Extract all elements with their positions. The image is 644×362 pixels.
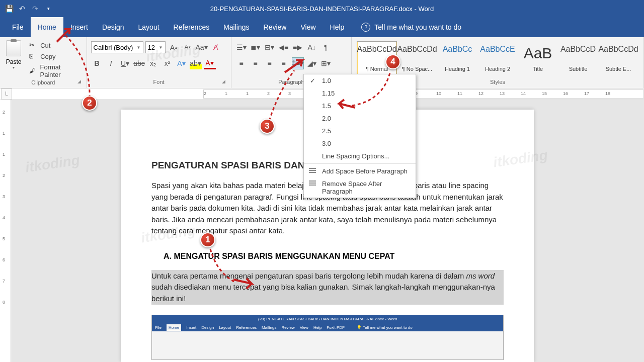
lightbulb-icon: ? — [361, 23, 370, 32]
spacing-add[interactable]: Add Space Before Paragraph — [304, 165, 416, 177]
undo-icon[interactable]: ↶ — [18, 5, 26, 13]
doc-paragraph-selected: Untuk cara pertama mengenai pengaturan s… — [151, 270, 504, 305]
italic-button[interactable]: I — [105, 57, 117, 69]
save-icon[interactable]: 💾 — [5, 5, 13, 13]
tab-references[interactable]: References — [167, 17, 217, 37]
doc-subheading: A. MENGATUR SPASI BARIS MENGGUNAKAN MENU… — [151, 252, 504, 261]
strikethrough-button[interactable]: abc — [133, 57, 145, 69]
dialog-launcher-icon[interactable]: ◢ — [77, 79, 85, 86]
shrink-font-icon[interactable]: A▾ — [182, 41, 194, 53]
arrow-icon — [282, 55, 307, 75]
tab-review[interactable]: Review — [257, 17, 294, 37]
line-spacing-dropdown: 1.01.151.52.02.53.0Line Spacing Options.… — [303, 74, 416, 198]
style-heading-2[interactable]: AaBbCcEHeading 2 — [477, 41, 518, 75]
bullets-icon[interactable]: ☰▾ — [235, 41, 248, 53]
grow-font-icon[interactable]: A▴ — [168, 41, 180, 53]
highlight-icon[interactable]: ab▾ — [190, 57, 202, 69]
tab-view[interactable]: View — [293, 17, 323, 37]
clear-format-icon[interactable]: A̸ — [210, 41, 222, 53]
copy-icon: ⎘ — [29, 52, 37, 60]
spacing-option-1-0[interactable]: 1.0 — [304, 74, 416, 87]
subscript-button[interactable]: x₂ — [147, 57, 159, 69]
show-marks-icon[interactable]: ¶ — [320, 41, 332, 53]
arrow-icon — [335, 98, 357, 113]
tell-me-search[interactable]: ? Tell me what you want to do — [361, 23, 461, 32]
callout-3: 3 — [260, 119, 275, 134]
align-right-icon[interactable]: ≡ — [264, 57, 276, 69]
window-title: 20-PENGATURAN-SPASI-BARIS-DAN-INDENTASI-… — [210, 5, 434, 13]
superscript-button[interactable]: x² — [162, 57, 174, 69]
vertical-ruler[interactable]: 2112345678 — [0, 100, 11, 362]
multilevel-icon[interactable]: ⊟▾ — [264, 41, 276, 53]
style--no-spac-[interactable]: AaBbCcDd¶ No Spac... — [397, 41, 437, 75]
sort-icon[interactable]: A↓ — [306, 41, 318, 53]
callout-4: 4 — [385, 54, 400, 69]
callout-1: 1 — [200, 232, 215, 247]
callout-2: 2 — [82, 96, 97, 111]
arrow-icon — [231, 275, 256, 293]
customize-qat-icon[interactable]: ▾ — [44, 5, 52, 13]
format-painter-button[interactable]: 🖌Format Painter — [27, 62, 83, 79]
spacing-option-3-0[interactable]: 3.0 — [304, 137, 416, 150]
decrease-indent-icon[interactable]: ◀≡ — [278, 41, 290, 53]
line-spacing-options[interactable]: Line Spacing Options... — [304, 150, 416, 162]
paste-button[interactable]: Paste ▾ — [3, 39, 24, 79]
font-color-icon[interactable]: A▾ — [204, 57, 216, 69]
tab-layout[interactable]: Layout — [131, 17, 167, 37]
spacing-option-2-0[interactable]: 2.0 — [304, 112, 416, 125]
dialog-launcher-icon[interactable]: ◢ — [222, 79, 229, 86]
font-size-select[interactable]: 12▼ — [145, 41, 166, 53]
tab-file[interactable]: File — [5, 17, 31, 37]
spacing-option-1-15[interactable]: 1.15 — [304, 87, 416, 100]
style-heading-1[interactable]: AaBbCcHeading 1 — [437, 41, 477, 75]
ribbon-tabs: File Home Insert Design Layout Reference… — [0, 17, 644, 37]
group-label: Font — [90, 79, 228, 86]
numbering-icon[interactable]: ≣▾ — [250, 41, 262, 53]
titlebar: 💾 ↶ ↷ ▾ 20-PENGATURAN-SPASI-BARIS-DAN-IN… — [0, 0, 644, 17]
copy-button[interactable]: ⎘Copy — [27, 51, 83, 61]
font-name-select[interactable]: Calibri (Body)▼ — [91, 41, 143, 53]
style-subtle-e-[interactable]: AaBbCcDdSubtle E... — [598, 41, 638, 75]
increase-indent-icon[interactable]: ≡▶ — [292, 41, 304, 53]
redo-icon[interactable]: ↷ — [31, 5, 39, 13]
horizontal-ruler[interactable]: 21123456789101112131415161718 — [203, 89, 644, 99]
align-center-icon[interactable]: ≡ — [250, 57, 262, 69]
shading-icon[interactable]: ◢▾ — [306, 57, 318, 69]
paste-icon — [6, 40, 21, 56]
arrow-icon — [54, 24, 74, 44]
style-subtitle[interactable]: AaBbCcDSubtitle — [558, 41, 598, 75]
group-font: Calibri (Body)▼ 12▼ A▴ A▾ Aa▾ A̸ B I U▾ … — [87, 37, 231, 88]
group-label: Clipboard — [3, 79, 84, 86]
style-title[interactable]: AaBTitle — [518, 41, 558, 75]
text-effects-icon[interactable]: A▾ — [176, 57, 188, 69]
tab-help[interactable]: Help — [323, 17, 352, 37]
underline-button[interactable]: U▾ — [119, 57, 131, 69]
spacing-option-2-5[interactable]: 2.5 — [304, 125, 416, 137]
embedded-screenshot: (20) PENGATURAN SPASI BARIS DAN INDENTAS… — [151, 315, 504, 360]
scissors-icon: ✂ — [29, 41, 37, 49]
align-left-icon[interactable]: ≡ — [235, 57, 248, 69]
brush-icon: 🖌 — [29, 67, 37, 75]
spacing-remove[interactable]: Remove Space After Paragraph — [304, 177, 416, 198]
change-case-icon[interactable]: Aa▾ — [196, 41, 208, 53]
borders-icon[interactable]: ⊞▾ — [320, 57, 332, 69]
spacing-option-1-5[interactable]: 1.5 — [304, 100, 416, 112]
tab-mailings[interactable]: Mailings — [216, 17, 256, 37]
tab-selector[interactable]: L — [1, 88, 12, 100]
bold-button[interactable]: B — [91, 57, 103, 69]
tab-design[interactable]: Design — [95, 17, 131, 37]
group-clipboard: Paste ▾ ✂Cut ⎘Copy 🖌Format Painter Clipb… — [0, 37, 87, 88]
